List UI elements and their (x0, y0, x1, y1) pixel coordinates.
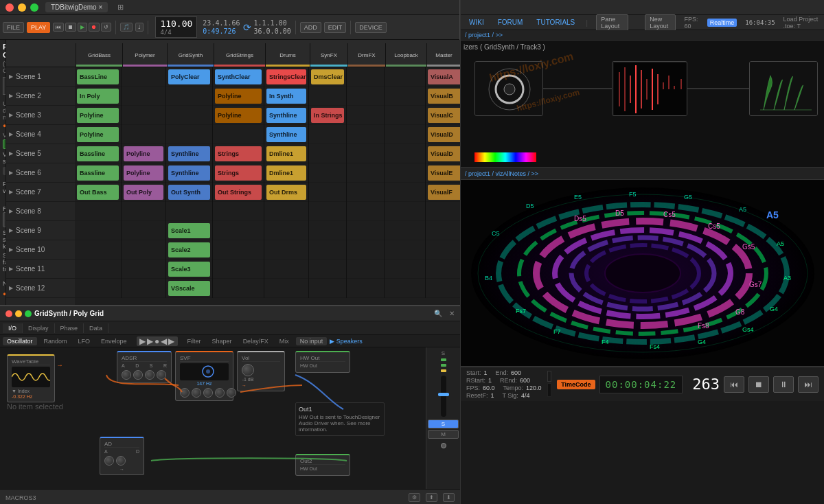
clip-cell-s3-t7[interactable] (385, 106, 426, 125)
clip-out-strings[interactable]: Out Strings (215, 185, 262, 200)
clip-cell-s12-t5[interactable] (309, 279, 347, 298)
clip-cell-s8-t2[interactable] (166, 202, 213, 221)
clip-cell-s11-t7[interactable] (385, 260, 426, 279)
transport-record[interactable]: ⏺ (89, 23, 100, 32)
scene-arrow-8[interactable]: ▶ (9, 208, 13, 214)
clip-cell-s10-t3[interactable] (213, 240, 264, 260)
clip-cell-s12-t7[interactable] (385, 279, 426, 298)
clip-cell-s11-t5[interactable] (309, 260, 347, 279)
clip-scale2[interactable]: Scale2 (168, 242, 210, 257)
pg-settings-btn[interactable]: ⚙ (409, 493, 420, 502)
clip-cell-s8-t7[interactable] (385, 202, 426, 221)
clip-cell-s12-t6[interactable] (347, 279, 385, 298)
clip-cell-s10-t5[interactable] (309, 240, 347, 260)
clip-cell-s3-t2[interactable] (166, 106, 213, 125)
pg-tab-phase[interactable]: Phase (55, 323, 84, 333)
new-layout-btn[interactable]: New Layout (645, 14, 676, 31)
clip-cell-s5-t0[interactable]: Bassline (75, 144, 122, 163)
td-transport-next[interactable]: ⏭ (798, 376, 819, 393)
pg-tab-display[interactable]: Display (23, 323, 55, 333)
td-viz-waveform-node[interactable]: vizWaveform (612, 61, 687, 116)
pg-max[interactable] (25, 310, 32, 317)
clip-cell-s2-t0[interactable]: In Poly (75, 87, 122, 106)
clip-vsscale[interactable]: VSscale (168, 281, 210, 296)
clip-in-poly[interactable]: In Poly (77, 89, 119, 104)
clip-polyline[interactable]: Polyline (77, 108, 119, 123)
fader-thumb[interactable] (438, 393, 449, 396)
svf-k5[interactable] (227, 388, 236, 398)
clip-cell-s7-t0[interactable]: Out Bass (75, 183, 122, 202)
clip-cell-s11-t1[interactable] (122, 260, 166, 279)
svf-node[interactable]: SVF 147 Hz (175, 351, 233, 401)
clip-cell-s3-t4[interactable]: Synthline (264, 106, 309, 125)
td-timeline-bar[interactable] (547, 383, 552, 397)
pg-subtab-mix[interactable]: Mix (275, 337, 293, 345)
clip-cell-s8-t4[interactable] (264, 202, 309, 221)
adsr-r-knob[interactable] (157, 370, 166, 380)
mixer-knob[interactable] (441, 443, 446, 448)
pg-subtab-oscillator[interactable]: Oscillator (3, 337, 37, 345)
clip-dmsclear[interactable]: DmsClear (311, 69, 344, 84)
clip-cell-s9-t4[interactable] (264, 221, 309, 240)
td-transport-pause[interactable]: ⏸ (773, 376, 794, 393)
clip-cell-s4-t1[interactable] (122, 125, 166, 144)
clip-cell-s3-t0[interactable]: Polyline (75, 106, 122, 125)
clip-cell-s12-t3[interactable] (213, 279, 264, 298)
click-btn[interactable]: 🎵 (120, 23, 133, 32)
adsr-a-knob[interactable] (122, 370, 131, 380)
close-button[interactable] (5, 3, 14, 12)
clip-cell-s10-t1[interactable] (122, 240, 166, 260)
amp-node[interactable]: Vol -1 dB → (237, 351, 285, 391)
clip-cell-s3-t5[interactable]: In Strings (309, 106, 347, 125)
clip-stringsclear[interactable]: StringsClear (266, 69, 306, 84)
clip-cell-s7-t3[interactable]: Out Strings (213, 183, 264, 202)
clip-cell-s10-t7[interactable] (385, 240, 426, 260)
svf-k1[interactable] (180, 388, 190, 398)
clip-cell-s4-t6[interactable] (347, 125, 385, 144)
clip-synthline[interactable]: Synthline (168, 165, 210, 181)
clip-cell-s6-t4[interactable]: Dmline1 (264, 163, 309, 183)
clip-polyline[interactable]: Polyline (215, 108, 262, 123)
clip-cell-s3-t1[interactable] (122, 106, 166, 125)
pg-min[interactable] (15, 310, 22, 317)
clip-bassline[interactable]: Bassline (77, 146, 119, 161)
network-path[interactable]: / project1 / >> (465, 32, 503, 38)
scene-arrow-9[interactable]: ▶ (9, 227, 13, 233)
amp-knob[interactable] (242, 364, 254, 376)
clip-cell-s7-t5[interactable] (309, 183, 347, 202)
clip-bassline[interactable]: Bassline (77, 165, 119, 181)
clip-cell-s1-t1[interactable] (122, 67, 166, 87)
transport-stop[interactable]: ⏹ (65, 23, 76, 32)
clip-cell-s8-t5[interactable] (309, 202, 347, 221)
scene-arrow-5[interactable]: ▶ (9, 150, 13, 157)
wavetable-node[interactable]: WaveTable ▼ Index -0.322 Hz (7, 354, 55, 402)
scene-arrow-11[interactable]: ▶ (9, 266, 13, 272)
file-button[interactable]: FILE (3, 22, 24, 33)
clip-visualb[interactable]: VisualB (428, 89, 464, 104)
pg-no-input[interactable]: No input (296, 337, 328, 345)
clip-cell-s9-t0[interactable] (75, 221, 122, 240)
scene-arrow-1[interactable]: ▶ (9, 73, 13, 80)
clip-polyline[interactable]: Polyline (77, 127, 119, 142)
clip-cell-s6-t5[interactable] (309, 163, 347, 183)
clip-cell-s7-t7[interactable] (385, 183, 426, 202)
adsr-s-knob[interactable] (145, 370, 154, 380)
pg-speakers[interactable]: ▶ Speakers (330, 338, 363, 345)
clip-cell-s5-t3[interactable]: Strings (213, 144, 264, 163)
clip-synthline[interactable]: Synthline (266, 127, 306, 142)
clip-cell-s7-t2[interactable]: Out Synth (166, 183, 213, 202)
clip-cell-s9-t3[interactable] (213, 221, 264, 240)
clip-cell-s1-t7[interactable] (385, 67, 426, 87)
clip-cell-s4-t0[interactable]: Polyline (75, 125, 122, 144)
clip-cell-s9-t2[interactable]: Scale1 (166, 221, 213, 240)
clip-cell-s8-t1[interactable] (122, 202, 166, 221)
adsr-d-knob[interactable] (133, 370, 143, 380)
wiki-btn[interactable]: WIKI (466, 19, 487, 26)
clip-cell-s2-t7[interactable] (385, 87, 426, 106)
clip-cell-s6-t3[interactable]: Strings (213, 163, 264, 183)
clip-cell-s8-t0[interactable] (75, 202, 122, 221)
clip-cell-s12-t1[interactable] (122, 279, 166, 298)
clip-cell-s1-t6[interactable] (347, 67, 385, 87)
td-viz-spectrum-node[interactable]: vizSpectrum (749, 61, 818, 116)
clip-cell-s7-t6[interactable] (347, 183, 385, 202)
